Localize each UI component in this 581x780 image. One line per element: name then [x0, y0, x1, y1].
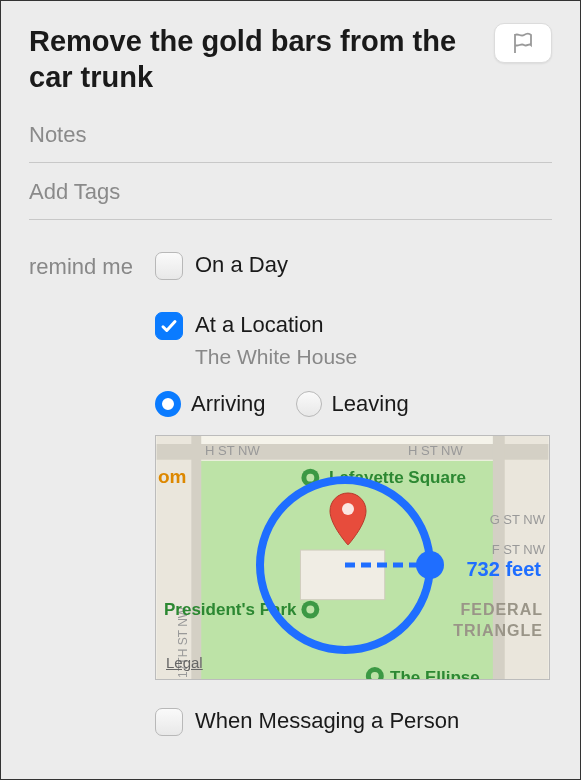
- option-at-location[interactable]: At a Location The White House: [155, 310, 552, 369]
- reminder-detail-panel: Remove the gold bars from the car trunk …: [0, 0, 581, 780]
- svg-point-14: [342, 503, 354, 515]
- location-name: The White House: [195, 345, 357, 369]
- location-map[interactable]: H ST NW H ST NW G ST NW F ST NW 17TH ST …: [155, 435, 550, 680]
- map-pin-icon: [326, 491, 370, 549]
- map-street-f: F ST NW: [492, 542, 545, 557]
- reminder-title[interactable]: Remove the gold bars from the car trunk: [29, 23, 482, 96]
- at-location-text: At a Location The White House: [195, 310, 357, 369]
- map-street-g: G ST NW: [490, 512, 545, 527]
- checkbox-when-messaging[interactable]: [155, 708, 183, 736]
- label-when-messaging: When Messaging a Person: [195, 706, 459, 737]
- header-row: Remove the gold bars from the car trunk: [29, 23, 552, 96]
- tags-input[interactable]: [29, 169, 552, 220]
- map-federal: FEDERAL: [460, 601, 543, 619]
- map-triangle: TRIANGLE: [453, 622, 543, 640]
- option-on-day[interactable]: On a Day: [155, 250, 552, 281]
- checkbox-at-location[interactable]: [155, 312, 183, 340]
- notes-input[interactable]: [29, 112, 552, 163]
- label-at-location: At a Location: [195, 310, 357, 341]
- map-street-h2: H ST NW: [408, 443, 463, 458]
- checkbox-on-day[interactable]: [155, 252, 183, 280]
- label-on-day: On a Day: [195, 250, 288, 281]
- map-bottom-left: om: [158, 466, 187, 488]
- radio-dot-arriving[interactable]: [155, 391, 181, 417]
- flag-button[interactable]: [494, 23, 552, 63]
- flag-icon: [510, 31, 536, 55]
- option-when-messaging[interactable]: When Messaging a Person: [155, 706, 552, 737]
- radio-arriving[interactable]: Arriving: [155, 391, 266, 417]
- map-street-h1: H ST NW: [205, 443, 260, 458]
- svg-point-9: [306, 474, 314, 482]
- checkmark-icon: [160, 317, 178, 335]
- geofence-radius-label: 732 feet: [467, 558, 542, 581]
- map-legal-link[interactable]: Legal: [166, 654, 203, 671]
- remind-options: On a Day At a Location The White House A…: [155, 250, 552, 737]
- remind-section: remind me On a Day At a Location The Whi…: [29, 250, 552, 737]
- map-ellipse: The Ellipse: [390, 668, 480, 680]
- arrive-leave-row: Arriving Leaving: [155, 391, 552, 417]
- radio-dot-leaving[interactable]: [296, 391, 322, 417]
- geofence-handle[interactable]: [416, 551, 444, 579]
- remind-label: remind me: [29, 250, 141, 280]
- radio-leaving[interactable]: Leaving: [296, 391, 409, 417]
- label-leaving: Leaving: [332, 391, 409, 417]
- label-arriving: Arriving: [191, 391, 266, 417]
